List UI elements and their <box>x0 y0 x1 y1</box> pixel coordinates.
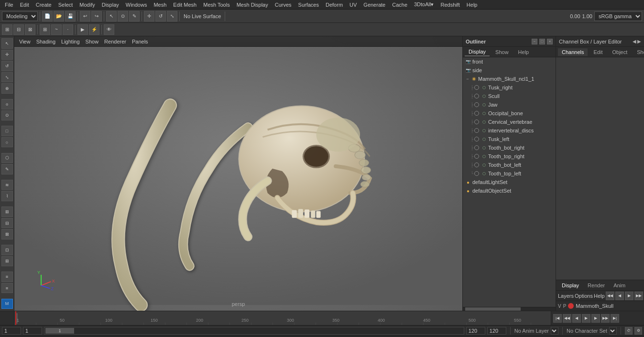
timeline[interactable]: 1 50 100 150 200 250 300 350 400 450 500… <box>0 311 644 325</box>
render-btn[interactable]: ▶ <box>77 24 88 35</box>
lasso-btn[interactable]: ⊙ <box>118 11 128 22</box>
menu-item-uv[interactable]: UV <box>347 1 360 9</box>
outliner-tab-display[interactable]: Display <box>465 48 490 56</box>
menu-item-redshift[interactable]: Redshift <box>437 1 462 9</box>
vp-menu-lighting[interactable]: Lighting <box>59 38 82 45</box>
display-tab-display[interactable]: Display <box>558 282 583 289</box>
pb-goto-end-btn[interactable]: ▶| <box>611 314 619 323</box>
end-frame-input[interactable] <box>487 327 506 335</box>
channel-tab-object[interactable]: Object <box>608 48 631 56</box>
tree-item-tooth-top-left[interactable]: └ ⬡ Tooth_top_left <box>463 169 556 178</box>
colorspace-select[interactable]: sRGB gamma <box>594 11 642 21</box>
channel-box-expand-btn[interactable]: ▶ <box>637 39 641 44</box>
ipr-btn[interactable]: ⚡ <box>89 24 99 35</box>
layer-color-swatch[interactable] <box>568 303 574 309</box>
menu-item-help[interactable]: Help <box>464 1 480 9</box>
range-bar-handle[interactable]: 1 <box>45 328 74 334</box>
lasso-tool-btn[interactable]: ⊙ <box>1 110 13 121</box>
display-panel-btn-2[interactable]: ◀ <box>615 292 624 300</box>
xgen-btn[interactable]: ≋ <box>1 180 13 190</box>
view-btn-1[interactable]: ⊞ <box>2 24 12 35</box>
tree-item-default-object-set[interactable]: ● defaultObjectSet <box>463 186 556 195</box>
menu-item-meshtools[interactable]: Mesh Tools <box>200 1 232 9</box>
menu-item-surfaces[interactable]: Surfaces <box>295 1 322 9</box>
pb-prev-frame-btn[interactable]: ◀ <box>572 314 581 323</box>
layer-name-label[interactable]: Mammoth_Skull <box>576 303 613 309</box>
menu-item-cache[interactable]: Cache <box>389 1 410 9</box>
redo-btn[interactable]: ↪ <box>91 11 102 22</box>
channel-tab-edit[interactable]: Edit <box>589 48 606 56</box>
maya-logo-btn[interactable]: M <box>1 299 13 309</box>
tree-item-intervertebral-discs[interactable]: ├ ⬡ intervertebral_discs <box>463 126 556 135</box>
tree-item-default-light-set[interactable]: ● defaultLightSet <box>463 178 556 186</box>
timeline-ruler[interactable]: 1 50 100 150 200 250 300 350 400 450 500… <box>14 311 551 325</box>
rotate-tool-btn[interactable]: ↺ <box>1 61 13 71</box>
paint-skin-btn[interactable]: ✎ <box>1 164 13 174</box>
menu-item-select[interactable]: Select <box>55 1 76 9</box>
outliner-close-btn[interactable]: × <box>547 39 553 44</box>
menu-item-deform[interactable]: Deform <box>323 1 346 9</box>
view-btn-3[interactable]: ⊠ <box>25 24 35 35</box>
tree-item-tooth-bot-right[interactable]: ├ ⬡ Tooth_bot_right <box>463 143 556 152</box>
select-tool-btn[interactable]: ↖ <box>1 38 13 49</box>
tree-item-mammoth-skull-group[interactable]: − ✳ Mammoth_Skull_ncl1_1 <box>463 75 556 83</box>
outliner-minimize-btn[interactable]: − <box>532 39 537 44</box>
channel-box-collapse-btn[interactable]: ◀ <box>633 39 636 44</box>
menu-item-generate[interactable]: Generate <box>360 1 388 9</box>
tree-item-tooth-top-right[interactable]: ├ ⬡ Tooth_top_right <box>463 152 556 161</box>
vp-menu-panels[interactable]: Panels <box>130 38 150 45</box>
menu-item-dtoall[interactable]: 3DtoAll▾ <box>411 0 437 9</box>
pb-prev-key-btn[interactable]: ◀◀ <box>563 314 571 323</box>
layer-v-label[interactable]: V <box>558 304 561 309</box>
tree-item-jaw[interactable]: ├ ⬡ Jaw <box>463 100 556 109</box>
frame-sel-btn[interactable]: ⊞ <box>1 256 13 267</box>
soft-select-btn[interactable]: ⌾ <box>1 99 13 109</box>
rotate-btn[interactable]: ↺ <box>155 11 166 22</box>
auto-key-btn[interactable]: ⏱ <box>625 327 633 335</box>
tree-item-front[interactable]: 📷 front <box>463 57 556 66</box>
tree-item-occipital-bone[interactable]: ├ ⬡ Occipital_bone <box>463 109 556 118</box>
mode-select[interactable]: Modeling <box>2 11 38 21</box>
range-start-input[interactable] <box>23 327 42 335</box>
show-hide-btn[interactable]: 👁 <box>104 24 114 35</box>
create-nurbs-btn[interactable]: ○ <box>1 137 13 148</box>
snap-grid-btn[interactable]: ⊞ <box>40 24 50 35</box>
outliner-hscrollbar[interactable] <box>463 307 556 311</box>
vp-menu-renderer[interactable]: Renderer <box>102 38 128 45</box>
layout-btn-2[interactable]: ⊟ <box>1 218 13 228</box>
menu-item-file[interactable]: File <box>2 1 16 9</box>
char-set-select[interactable]: ▾ <box>609 327 617 335</box>
misc-btn-2[interactable]: ≡ <box>1 283 13 294</box>
vp-menu-view[interactable]: View <box>17 38 33 45</box>
new-scene-btn[interactable]: 📄 <box>42 11 53 22</box>
vp-menu-show[interactable]: Show <box>84 38 101 45</box>
viewport[interactable]: X Y Z View Shading Lighting Show Rendere… <box>14 36 462 311</box>
current-frame-input[interactable] <box>2 327 21 335</box>
undo-btn[interactable]: ↩ <box>80 11 90 22</box>
display-panel-btn-1[interactable]: ◀◀ <box>606 292 614 300</box>
range-end-input[interactable] <box>466 327 485 335</box>
channel-tab-show[interactable]: Show <box>633 48 644 56</box>
menu-item-create[interactable]: Create <box>33 1 55 9</box>
channel-tab-channels[interactable]: Channels <box>558 48 588 56</box>
menu-item-mesh[interactable]: Mesh <box>151 1 169 9</box>
pb-play-btn[interactable]: ▶ <box>582 314 590 323</box>
range-bar[interactable]: 1 <box>44 327 464 335</box>
vp-menu-shading[interactable]: Shading <box>34 38 57 45</box>
layout-btn-1[interactable]: ⊞ <box>1 207 13 217</box>
pb-goto-start-btn[interactable]: |◀ <box>553 314 562 323</box>
scale-tool-btn[interactable]: ⤡ <box>1 72 13 83</box>
display-panel-btn-3[interactable]: ▶ <box>625 292 633 300</box>
tree-item-tooth-bot-left[interactable]: ├ ⬡ Tooth_bot_left <box>463 161 556 169</box>
menu-item-display[interactable]: Display <box>99 1 122 9</box>
snap-point-btn[interactable]: · <box>63 24 73 35</box>
save-scene-btn[interactable]: 💾 <box>65 11 76 22</box>
outliner-tab-show[interactable]: Show <box>491 48 513 56</box>
menu-item-modify[interactable]: Modify <box>76 1 98 9</box>
tree-item-tusk-left[interactable]: ├ ⬡ Tusk_left <box>463 135 556 143</box>
anim-layer-select[interactable]: ▾ <box>551 327 558 335</box>
tree-item-scull[interactable]: ├ ⬡ Scull <box>463 92 556 100</box>
misc-btn-1[interactable]: ≡ <box>1 272 13 282</box>
snap-curve-btn[interactable]: ~ <box>51 24 62 35</box>
open-scene-btn[interactable]: 📂 <box>54 11 64 22</box>
